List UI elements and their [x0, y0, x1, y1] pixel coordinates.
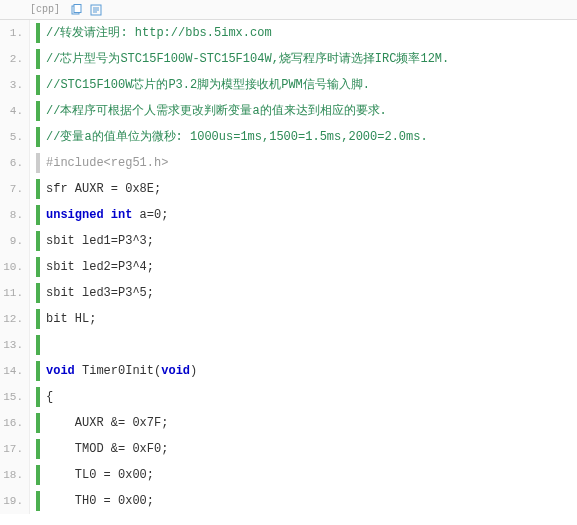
- line-number: 16.: [0, 410, 30, 436]
- line-number: 15.: [0, 384, 30, 410]
- line-number: 3.: [0, 72, 30, 98]
- code-line: 7.sfr AUXR = 0x8E;: [0, 176, 577, 202]
- code-text: void Timer0Init(void): [46, 358, 577, 384]
- change-bar: [36, 309, 40, 329]
- line-number: 11.: [0, 280, 30, 306]
- line-number: 19.: [0, 488, 30, 514]
- change-bar: [36, 439, 40, 459]
- language-tag: [cpp]: [30, 4, 60, 15]
- change-bar: [36, 49, 40, 69]
- code-line: 8.unsigned int a=0;: [0, 202, 577, 228]
- code-line: 16. AUXR &= 0x7F;: [0, 410, 577, 436]
- code-line: 9.sbit led1=P3^3;: [0, 228, 577, 254]
- code-text: TH0 = 0x00;: [46, 488, 577, 514]
- code-line: 14.void Timer0Init(void): [0, 358, 577, 384]
- line-number: 17.: [0, 436, 30, 462]
- code-text: bit HL;: [46, 306, 577, 332]
- code-line: 2.//芯片型号为STC15F100W-STC15F104W,烧写程序时请选择I…: [0, 46, 577, 72]
- code-line: 11.sbit led3=P3^5;: [0, 280, 577, 306]
- code-line: 10.sbit led2=P3^4;: [0, 254, 577, 280]
- code-line: 15.{: [0, 384, 577, 410]
- copy-icon[interactable]: [70, 4, 82, 16]
- line-number: 2.: [0, 46, 30, 72]
- change-bar: [36, 231, 40, 251]
- code-text: sbit led2=P3^4;: [46, 254, 577, 280]
- change-bar: [36, 179, 40, 199]
- code-text: //本程序可根据个人需求更改判断变量a的值来达到相应的要求.: [46, 98, 577, 124]
- code-text: //芯片型号为STC15F100W-STC15F104W,烧写程序时请选择IRC…: [46, 46, 577, 72]
- line-number: 6.: [0, 150, 30, 176]
- code-text: {: [46, 384, 577, 410]
- change-bar: [36, 465, 40, 485]
- code-text: //转发请注明: http://bbs.5imx.com: [46, 20, 577, 46]
- code-text: sfr AUXR = 0x8E;: [46, 176, 577, 202]
- line-number: 7.: [0, 176, 30, 202]
- code-line: 19. TH0 = 0x00;: [0, 488, 577, 514]
- code-header: [cpp]: [0, 0, 577, 20]
- change-bar: [36, 127, 40, 147]
- change-bar: [36, 101, 40, 121]
- change-bar: [36, 387, 40, 407]
- line-number: 1.: [0, 20, 30, 46]
- code-block: 1.//转发请注明: http://bbs.5imx.com2.//芯片型号为S…: [0, 20, 577, 514]
- code-text: TMOD &= 0xF0;: [46, 436, 577, 462]
- code-text: #include<reg51.h>: [46, 150, 577, 176]
- code-line: 1.//转发请注明: http://bbs.5imx.com: [0, 20, 577, 46]
- change-bar: [36, 75, 40, 95]
- view-icon[interactable]: [90, 4, 102, 16]
- change-bar: [36, 283, 40, 303]
- line-number: 10.: [0, 254, 30, 280]
- line-number: 8.: [0, 202, 30, 228]
- change-bar: [36, 153, 40, 173]
- change-bar: [36, 205, 40, 225]
- change-bar: [36, 335, 40, 355]
- code-line: 17. TMOD &= 0xF0;: [0, 436, 577, 462]
- change-bar: [36, 361, 40, 381]
- code-line: 5.//变量a的值单位为微秒: 1000us=1ms,1500=1.5ms,20…: [0, 124, 577, 150]
- code-text: sbit led1=P3^3;: [46, 228, 577, 254]
- code-text: sbit led3=P3^5;: [46, 280, 577, 306]
- line-number: 18.: [0, 462, 30, 488]
- code-line: 4.//本程序可根据个人需求更改判断变量a的值来达到相应的要求.: [0, 98, 577, 124]
- line-number: 5.: [0, 124, 30, 150]
- code-text: unsigned int a=0;: [46, 202, 577, 228]
- line-number: 13.: [0, 332, 30, 358]
- code-line: 12.bit HL;: [0, 306, 577, 332]
- code-text: AUXR &= 0x7F;: [46, 410, 577, 436]
- code-line: 3.//STC15F100W芯片的P3.2脚为模型接收机PWM信号输入脚.: [0, 72, 577, 98]
- line-number: 12.: [0, 306, 30, 332]
- code-line: 6.#include<reg51.h>: [0, 150, 577, 176]
- line-number: 14.: [0, 358, 30, 384]
- code-text: [46, 332, 577, 358]
- svg-rect-1: [74, 4, 81, 12]
- line-number: 9.: [0, 228, 30, 254]
- change-bar: [36, 491, 40, 511]
- change-bar: [36, 413, 40, 433]
- code-line: 13.: [0, 332, 577, 358]
- change-bar: [36, 23, 40, 43]
- code-text: //变量a的值单位为微秒: 1000us=1ms,1500=1.5ms,2000…: [46, 124, 577, 150]
- change-bar: [36, 257, 40, 277]
- code-text: //STC15F100W芯片的P3.2脚为模型接收机PWM信号输入脚.: [46, 72, 577, 98]
- code-text: TL0 = 0x00;: [46, 462, 577, 488]
- code-line: 18. TL0 = 0x00;: [0, 462, 577, 488]
- line-number: 4.: [0, 98, 30, 124]
